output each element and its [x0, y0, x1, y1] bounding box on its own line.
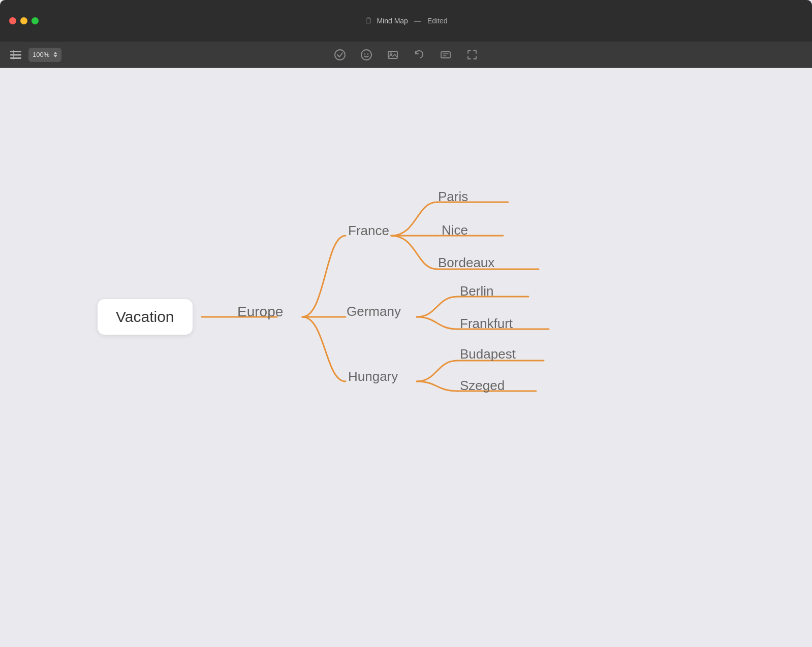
root-node[interactable]: Vacation [98, 299, 193, 335]
node-europe[interactable]: Europe [237, 304, 283, 320]
traffic-lights [0, 17, 39, 24]
titlebar: 🗒 Mind Map — Edited [0, 0, 812, 42]
node-bordeaux[interactable]: Bordeaux [438, 255, 494, 271]
maximize-button[interactable] [32, 17, 39, 24]
node-germany[interactable]: Germany [347, 304, 401, 319]
svg-point-7 [364, 53, 365, 54]
node-budapest[interactable]: Budapest [460, 346, 516, 362]
document-title: Mind Map [377, 17, 408, 25]
canvas[interactable]: Vacation Europe France Germany Hungary P… [0, 68, 812, 647]
image-icon[interactable] [386, 48, 400, 62]
node-paris[interactable]: Paris [438, 189, 468, 205]
document-icon: 🗒 [364, 16, 372, 25]
node-hungary[interactable]: Hungary [348, 369, 398, 384]
comment-icon[interactable] [439, 48, 453, 62]
emoji-icon[interactable] [359, 48, 373, 62]
svg-rect-9 [388, 51, 397, 58]
zoom-stepper[interactable] [53, 52, 57, 57]
document-status: Edited [427, 17, 448, 25]
zoom-up-arrow[interactable] [53, 52, 57, 54]
minimize-button[interactable] [20, 17, 27, 24]
titlebar-center: 🗒 Mind Map — Edited [364, 16, 447, 25]
mindmap-svg [0, 68, 812, 647]
sidebar-toggle-button[interactable] [8, 47, 23, 62]
svg-rect-1 [10, 54, 21, 55]
title-separator: — [414, 17, 421, 25]
svg-point-10 [390, 53, 392, 55]
toolbar: 100% [0, 42, 812, 68]
svg-point-6 [361, 50, 371, 60]
svg-rect-11 [441, 52, 450, 58]
root-node-label: Vacation [116, 308, 174, 325]
svg-point-8 [367, 53, 368, 54]
node-france[interactable]: France [348, 223, 389, 239]
node-nice[interactable]: Nice [442, 222, 468, 238]
svg-point-5 [335, 50, 345, 60]
zoom-control[interactable]: 100% [28, 48, 61, 62]
toolbar-center [333, 48, 479, 62]
zoom-level: 100% [33, 51, 49, 58]
collapse-icon[interactable] [465, 48, 479, 62]
node-berlin[interactable]: Berlin [460, 283, 493, 299]
svg-rect-3 [10, 51, 14, 52]
undo-icon[interactable] [412, 48, 426, 62]
close-button[interactable] [9, 17, 16, 24]
toolbar-left: 100% [8, 47, 61, 62]
node-szeged[interactable]: Szeged [460, 378, 505, 394]
svg-rect-2 [10, 57, 21, 59]
check-icon[interactable] [333, 48, 347, 62]
zoom-down-arrow[interactable] [53, 55, 57, 57]
node-frankfurt[interactable]: Frankfurt [460, 316, 513, 332]
